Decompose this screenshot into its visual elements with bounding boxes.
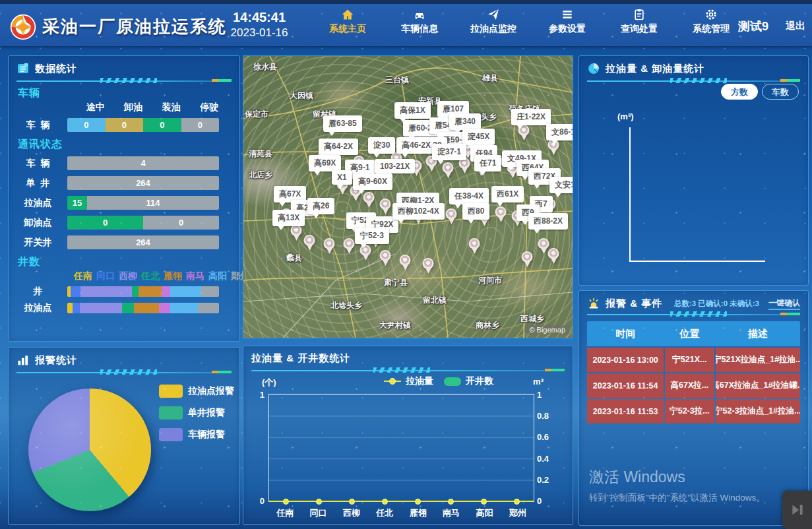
well-label-bubble[interactable]: 高9-60X	[353, 173, 392, 190]
data-point[interactable]	[283, 499, 289, 505]
map-attribution[interactable]: © Bigemap	[525, 325, 569, 334]
axis-tick: 0	[260, 496, 265, 506]
title-decoration	[16, 369, 232, 375]
nav-item[interactable]: 参数设置	[546, 8, 588, 35]
data-point[interactable]	[316, 499, 322, 505]
well-label-bubble[interactable]: 淀37-1	[432, 144, 466, 160]
map-pin[interactable]	[380, 250, 391, 266]
well-label-bubble[interactable]: 任38-4X	[449, 188, 489, 204]
map-pin[interactable]	[522, 251, 533, 267]
wells-bar-segment	[132, 286, 139, 297]
x-axis-label: 高阳	[468, 507, 501, 519]
comm-bar-segment: 264	[67, 176, 219, 190]
legend-item-bar[interactable]: 开井数	[444, 375, 493, 387]
map-pin[interactable]	[446, 208, 457, 224]
legend-item[interactable]: 单井报警	[159, 406, 234, 420]
pull-points-bar-segment	[122, 303, 133, 313]
well-label-bubble[interactable]: 西80	[462, 203, 489, 220]
legend-item[interactable]: 车辆报警	[159, 428, 234, 441]
data-point[interactable]	[448, 499, 454, 505]
nav-item[interactable]: 拉油点监控	[470, 8, 516, 35]
well-label-bubble[interactable]: 高64-2X	[319, 139, 358, 155]
map-pin[interactable]	[469, 238, 480, 254]
well-label-bubble[interactable]: 西88-2X	[528, 213, 568, 230]
well-label-bubble[interactable]: 雁340	[449, 113, 481, 130]
legend-label: 车辆报警	[188, 429, 225, 441]
logout-button[interactable]: 退出	[786, 20, 805, 32]
axis-tick: 0.4	[537, 454, 553, 464]
well-label-bubble[interactable]: 淀30	[368, 137, 395, 154]
pull-points-bar-segment	[170, 303, 198, 313]
wells-bar-segment	[201, 286, 218, 297]
map-pin[interactable]	[423, 258, 434, 274]
alarm-row[interactable]: 2023-01-16 11:53 宁52-3拉... 宁52-3拉油点_1#拉油…	[587, 399, 800, 423]
wells-legend-item: 同口	[96, 270, 115, 282]
confirm-all-button[interactable]: 一键确认	[768, 297, 800, 310]
car-icon	[413, 8, 426, 21]
data-point[interactable]	[349, 499, 355, 505]
data-point[interactable]	[415, 499, 421, 505]
satellite-map[interactable]: 徐水县三台镇安新县雄县保定市苟各庄镇大因镇留村镇清苑县何桥乡田头乡北店乡蠡县肃宁…	[243, 55, 573, 338]
alarm-location: 宁52-3拉...	[665, 399, 714, 423]
map-pin[interactable]	[548, 248, 559, 264]
data-point[interactable]	[481, 499, 487, 505]
map-pin[interactable]	[495, 206, 507, 222]
well-label-bubble[interactable]: 文86-1X	[546, 124, 573, 140]
well-label-bubble[interactable]: 庄1-22X	[511, 109, 551, 125]
wells-bar-segment	[162, 286, 170, 297]
nav-item-label: 参数设置	[549, 23, 586, 35]
map-pin[interactable]	[304, 235, 315, 251]
alarm-row[interactable]: 2023-01-16 13:00 宁521X... 宁521X拉油点_1#拉油.…	[587, 348, 800, 372]
pull-points-bar-label: 拉油点	[9, 302, 67, 314]
map-pin[interactable]	[324, 238, 335, 254]
comm-row-bar: 0 0	[67, 216, 219, 230]
map-place-label: 肃宁县	[384, 277, 408, 288]
well-label-bubble[interactable]: 雁63-85	[323, 115, 362, 132]
map-pin[interactable]	[344, 238, 355, 254]
map-place-label: 大尹村镇	[379, 320, 411, 331]
comm-bar-segment: 4	[67, 156, 219, 170]
nav-item[interactable]: 车辆信息	[398, 8, 441, 35]
x-axis-label: 任南	[268, 507, 301, 519]
alarm-row[interactable]: 2023-01-16 11:54 高67X拉... 高67X拉油点_1#拉油罐.…	[587, 373, 800, 398]
screen-recorder-overlay-button[interactable]	[782, 491, 812, 529]
well-label-bubble[interactable]: 高13X	[272, 210, 305, 226]
nav-item[interactable]: 系统主页	[327, 8, 369, 35]
current-user[interactable]: 测试9	[738, 18, 768, 34]
map-place-label: 北埝头乡	[330, 300, 362, 311]
well-label-bubble[interactable]: 高69X	[309, 155, 341, 171]
right-axis-ticks: 10.80.60.40.20	[537, 390, 553, 506]
legend-item-line[interactable]: 拉油量	[384, 375, 433, 387]
legend-item[interactable]: 拉油点报警	[159, 385, 234, 398]
alarm-pie[interactable]	[28, 389, 151, 511]
well-label-bubble[interactable]: 高26	[307, 198, 334, 214]
map-pin[interactable]	[291, 225, 302, 241]
toggle-button[interactable]: 方数	[721, 84, 758, 100]
well-label-bubble[interactable]: 文安14X	[549, 177, 573, 193]
well-label-bubble[interactable]: 宁52-3	[355, 228, 389, 244]
well-label-bubble[interactable]: 高保1X	[394, 102, 431, 119]
map-pin[interactable]	[363, 192, 375, 208]
pull-points-bar-segment	[198, 303, 219, 313]
data-point[interactable]	[514, 499, 520, 505]
nav-item-label: 系统主页	[329, 23, 366, 35]
panel-title-row: 数据统计	[9, 56, 239, 78]
well-label-bubble[interactable]: 淀45X	[462, 129, 495, 145]
map-pin[interactable]	[443, 162, 454, 178]
toggle-button[interactable]: 车数	[762, 84, 799, 100]
nav-item[interactable]: 系统管理	[690, 8, 732, 35]
title-decoration	[16, 78, 232, 84]
map-pin[interactable]	[380, 199, 391, 214]
well-label-bubble[interactable]: 西柳102-4X	[392, 203, 445, 220]
map-place-label: 蠡县	[286, 253, 302, 264]
comm-row-bar: 15 114	[67, 196, 219, 210]
well-label-bubble[interactable]: X1	[332, 170, 352, 185]
map-pin[interactable]	[400, 255, 411, 270]
nav-item[interactable]: 查询处置	[618, 8, 660, 35]
clipboard-icon	[633, 8, 646, 21]
well-label-bubble[interactable]: 任71	[474, 155, 501, 171]
date: 2023-01-16	[210, 26, 309, 40]
data-point[interactable]	[382, 499, 388, 505]
well-label-bubble[interactable]: 西61X	[491, 186, 524, 202]
well-label-bubble[interactable]: 103-21X	[375, 159, 415, 173]
